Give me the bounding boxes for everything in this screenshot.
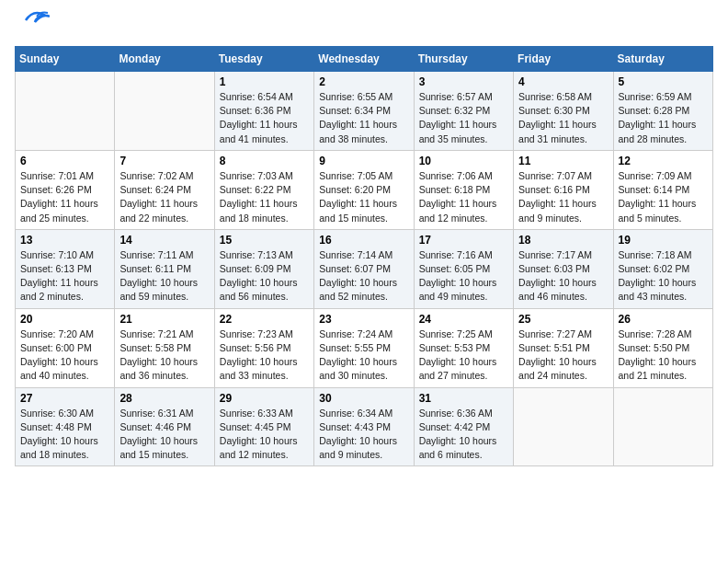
day-info: Sunrise: 7:20 AM Sunset: 6:00 PM Dayligh… [20,327,109,384]
day-info: Sunrise: 7:25 AM Sunset: 5:53 PM Dayligh… [419,327,508,384]
calendar-cell: 27Sunrise: 6:30 AM Sunset: 4:48 PM Dayli… [16,387,115,466]
calendar-cell: 12Sunrise: 7:09 AM Sunset: 6:14 PM Dayli… [613,150,712,229]
day-number: 4 [518,75,608,88]
calendar-cell: 7Sunrise: 7:02 AM Sunset: 6:24 PM Daylig… [115,150,214,229]
day-number: 24 [419,313,508,326]
calendar-cell: 24Sunrise: 7:25 AM Sunset: 5:53 PM Dayli… [414,308,513,387]
day-number: 15 [220,234,309,247]
calendar-cell [16,72,115,151]
weekday-header: Monday [115,47,214,72]
calendar-cell: 14Sunrise: 7:11 AM Sunset: 6:11 PM Dayli… [115,229,214,308]
calendar-cell: 13Sunrise: 7:10 AM Sunset: 6:13 PM Dayli… [16,229,115,308]
day-info: Sunrise: 7:28 AM Sunset: 5:50 PM Dayligh… [619,327,708,384]
day-number: 13 [20,234,109,247]
day-info: Sunrise: 7:03 AM Sunset: 6:22 PM Dayligh… [220,169,309,225]
calendar-cell: 15Sunrise: 7:13 AM Sunset: 6:09 PM Dayli… [214,229,313,308]
calendar-cell: 17Sunrise: 7:16 AM Sunset: 6:05 PM Dayli… [414,229,513,308]
calendar-cell: 28Sunrise: 6:31 AM Sunset: 4:46 PM Dayli… [115,387,214,466]
day-info: Sunrise: 6:36 AM Sunset: 4:42 PM Dayligh… [419,407,508,463]
calendar-cell: 3Sunrise: 6:57 AM Sunset: 6:32 PM Daylig… [414,72,513,151]
calendar-header: SundayMondayTuesdayWednesdayThursdayFrid… [16,47,713,72]
calendar-cell: 22Sunrise: 7:23 AM Sunset: 5:56 PM Dayli… [214,308,313,387]
day-info: Sunrise: 7:01 AM Sunset: 6:26 PM Dayligh… [20,169,109,225]
calendar-cell: 9Sunrise: 7:05 AM Sunset: 6:20 PM Daylig… [314,150,414,229]
day-number: 3 [419,75,508,88]
day-number: 8 [220,155,309,167]
day-number: 18 [518,234,608,247]
weekday-header: Wednesday [314,47,414,72]
day-info: Sunrise: 6:30 AM Sunset: 4:48 PM Dayligh… [20,407,109,463]
day-number: 19 [619,234,708,247]
calendar-cell: 23Sunrise: 7:24 AM Sunset: 5:55 PM Dayli… [314,308,414,387]
day-info: Sunrise: 6:59 AM Sunset: 6:28 PM Dayligh… [619,90,708,146]
weekday-header: Thursday [414,47,513,72]
calendar-cell: 20Sunrise: 7:20 AM Sunset: 6:00 PM Dayli… [16,308,115,387]
calendar-cell: 4Sunrise: 6:58 AM Sunset: 6:30 PM Daylig… [514,72,613,151]
day-info: Sunrise: 7:16 AM Sunset: 6:05 PM Dayligh… [419,248,508,304]
day-number: 12 [619,155,708,167]
day-info: Sunrise: 6:58 AM Sunset: 6:30 PM Dayligh… [518,90,608,146]
calendar-cell [514,387,613,466]
day-info: Sunrise: 7:14 AM Sunset: 6:07 PM Dayligh… [319,248,408,304]
day-info: Sunrise: 7:23 AM Sunset: 5:56 PM Dayligh… [220,327,309,384]
day-info: Sunrise: 7:27 AM Sunset: 5:51 PM Dayligh… [518,327,608,384]
day-number: 20 [20,313,109,326]
weekday-header: Saturday [613,47,712,72]
day-info: Sunrise: 7:05 AM Sunset: 6:20 PM Dayligh… [319,169,408,225]
day-info: Sunrise: 7:09 AM Sunset: 6:14 PM Dayligh… [619,169,708,225]
calendar-cell: 19Sunrise: 7:18 AM Sunset: 6:02 PM Dayli… [613,229,712,308]
calendar-cell: 2Sunrise: 6:55 AM Sunset: 6:34 PM Daylig… [314,72,414,151]
day-info: Sunrise: 6:55 AM Sunset: 6:34 PM Dayligh… [319,90,408,146]
day-info: Sunrise: 7:07 AM Sunset: 6:16 PM Dayligh… [518,169,608,225]
weekday-header: Tuesday [214,47,313,72]
day-number: 25 [518,313,608,326]
calendar-cell: 8Sunrise: 7:03 AM Sunset: 6:22 PM Daylig… [214,150,313,229]
calendar-cell: 25Sunrise: 7:27 AM Sunset: 5:51 PM Dayli… [514,308,613,387]
logo-bird-icon [17,7,50,33]
calendar-cell: 18Sunrise: 7:17 AM Sunset: 6:03 PM Dayli… [514,229,613,308]
day-info: Sunrise: 7:21 AM Sunset: 5:58 PM Dayligh… [119,327,209,384]
calendar-cell: 1Sunrise: 6:54 AM Sunset: 6:36 PM Daylig… [214,72,313,151]
day-number: 27 [20,392,109,405]
calendar-cell: 21Sunrise: 7:21 AM Sunset: 5:58 PM Dayli… [115,308,214,387]
calendar-cell [613,387,712,466]
calendar-cell: 10Sunrise: 7:06 AM Sunset: 6:18 PM Dayli… [414,150,513,229]
day-number: 2 [319,75,408,88]
day-info: Sunrise: 7:24 AM Sunset: 5:55 PM Dayligh… [319,327,408,384]
day-info: Sunrise: 7:17 AM Sunset: 6:03 PM Dayligh… [518,248,608,304]
day-number: 11 [518,155,608,167]
calendar-cell: 29Sunrise: 6:33 AM Sunset: 4:45 PM Dayli… [214,387,313,466]
day-number: 9 [319,155,408,167]
calendar-cell: 16Sunrise: 7:14 AM Sunset: 6:07 PM Dayli… [314,229,414,308]
calendar-cell: 5Sunrise: 6:59 AM Sunset: 6:28 PM Daylig… [613,72,712,151]
weekday-header: Friday [514,47,613,72]
day-number: 22 [220,313,309,326]
day-info: Sunrise: 6:34 AM Sunset: 4:43 PM Dayligh… [319,407,408,463]
day-number: 1 [220,75,309,88]
day-info: Sunrise: 7:13 AM Sunset: 6:09 PM Dayligh… [220,248,309,304]
day-info: Sunrise: 7:18 AM Sunset: 6:02 PM Dayligh… [619,248,708,304]
day-number: 10 [419,155,508,167]
day-info: Sunrise: 7:11 AM Sunset: 6:11 PM Dayligh… [119,248,209,304]
calendar-cell: 6Sunrise: 7:01 AM Sunset: 6:26 PM Daylig… [16,150,115,229]
day-info: Sunrise: 7:02 AM Sunset: 6:24 PM Dayligh… [119,169,209,225]
day-info: Sunrise: 6:31 AM Sunset: 4:46 PM Dayligh… [119,407,209,463]
day-number: 26 [619,313,708,326]
weekday-header: Sunday [16,47,115,72]
day-number: 28 [119,392,209,405]
day-info: Sunrise: 6:33 AM Sunset: 4:45 PM Dayligh… [220,407,309,463]
day-number: 21 [119,313,209,326]
calendar-cell: 11Sunrise: 7:07 AM Sunset: 6:16 PM Dayli… [514,150,613,229]
calendar-cell: 30Sunrise: 6:34 AM Sunset: 4:43 PM Dayli… [314,387,414,466]
day-number: 16 [319,234,408,247]
calendar-cell: 31Sunrise: 6:36 AM Sunset: 4:42 PM Dayli… [414,387,513,466]
day-number: 6 [20,155,109,167]
day-number: 30 [319,392,408,405]
day-info: Sunrise: 7:10 AM Sunset: 6:13 PM Dayligh… [20,248,109,304]
day-number: 7 [119,155,209,167]
day-number: 14 [119,234,209,247]
logo [15,15,50,35]
day-info: Sunrise: 6:54 AM Sunset: 6:36 PM Dayligh… [220,90,309,146]
page-header [15,15,713,35]
day-number: 17 [419,234,508,247]
